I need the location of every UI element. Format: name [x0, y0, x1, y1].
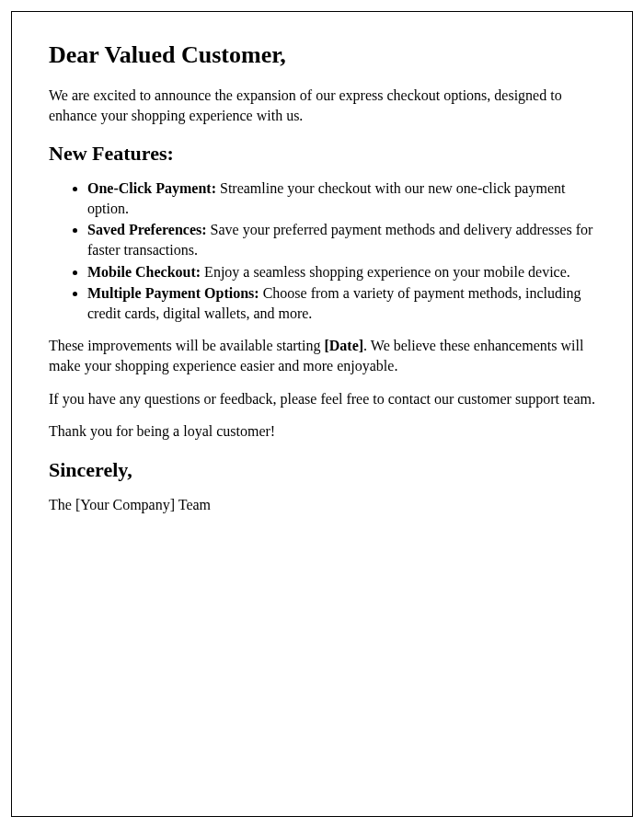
feature-desc: Enjoy a seamless shopping experience on …	[201, 264, 570, 280]
thanks-paragraph: Thank you for being a loyal customer!	[49, 421, 595, 442]
availability-pre: These improvements will be available sta…	[49, 338, 324, 353]
intro-paragraph: We are excited to announce the expansion…	[49, 86, 595, 125]
team-signature: The [Your Company] Team	[49, 495, 595, 515]
features-list: One-Click Payment: Streamline your check…	[87, 178, 595, 323]
greeting-heading: Dear Valued Customer,	[49, 41, 595, 69]
signoff-heading: Sincerely,	[49, 458, 595, 482]
list-item: Multiple Payment Options: Choose from a …	[87, 283, 595, 323]
list-item: Mobile Checkout: Enjoy a seamless shoppi…	[87, 262, 595, 282]
availability-date: [Date]	[324, 338, 363, 353]
list-item: Saved Preferences: Save your preferred p…	[87, 220, 595, 259]
feature-title: Multiple Payment Options:	[87, 285, 259, 301]
list-item: One-Click Payment: Streamline your check…	[87, 178, 595, 218]
features-heading: New Features:	[49, 142, 595, 166]
feature-title: One-Click Payment:	[87, 180, 216, 196]
feature-title: Saved Preferences:	[87, 222, 207, 237]
letter-page: Dear Valued Customer, We are excited to …	[11, 11, 633, 817]
feedback-paragraph: If you have any questions or feedback, p…	[49, 389, 595, 409]
availability-paragraph: These improvements will be available sta…	[49, 336, 595, 375]
feature-title: Mobile Checkout:	[87, 264, 201, 280]
